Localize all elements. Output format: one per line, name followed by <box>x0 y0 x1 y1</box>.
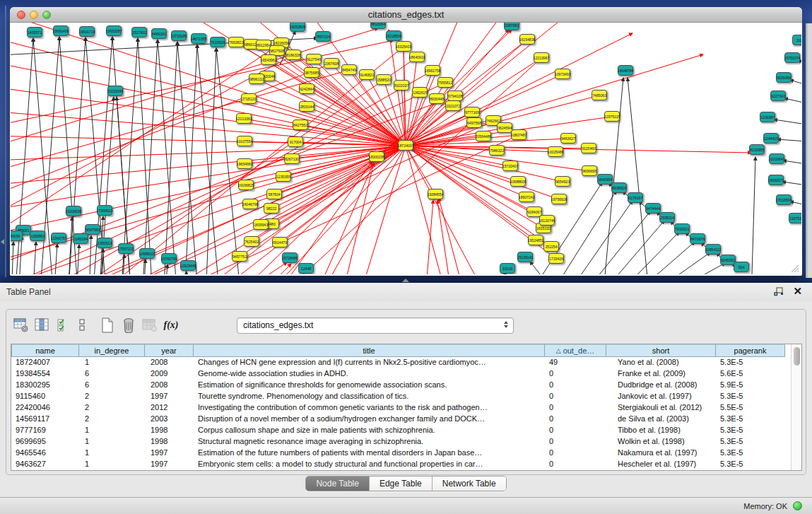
graph-edge[interactable] <box>751 157 755 274</box>
graph-node[interactable]: 9127546 <box>306 54 322 64</box>
graph-node[interactable]: 15751074 <box>784 52 800 63</box>
close-panel-icon[interactable]: ✕ <box>793 286 802 297</box>
graph-node[interactable]: 16782759 <box>161 253 177 264</box>
table-row[interactable]: 1456911722003Disruption of a novel membe… <box>11 414 791 425</box>
zoom-window-button[interactable] <box>42 11 51 19</box>
graph-node[interactable]: 17016504 <box>776 194 792 205</box>
graph-edge[interactable] <box>406 146 491 274</box>
graph-edge[interactable] <box>11 242 13 274</box>
graph-edge[interactable] <box>580 211 650 274</box>
graph-node[interactable]: 1405571 <box>27 27 42 37</box>
graph-node[interactable]: 7955812 <box>437 77 453 88</box>
graph-node[interactable]: 8454749 <box>341 64 357 75</box>
graph-edge[interactable] <box>790 80 801 85</box>
graph-node[interactable]: 19166825 <box>238 180 254 190</box>
graph-node[interactable]: 8930448 <box>429 93 445 104</box>
graph-node[interactable]: 12342757 <box>51 233 66 243</box>
graph-node[interactable]: 3875685 <box>304 67 319 78</box>
graph-node[interactable]: 1362615 <box>412 87 428 98</box>
close-window-button[interactable] <box>17 11 25 19</box>
graph-edge[interactable] <box>406 146 751 153</box>
graph-node[interactable]: 16046798 <box>242 199 258 209</box>
column-header-title[interactable]: title <box>194 344 545 357</box>
graph-node[interactable]: 9146821 <box>359 69 375 80</box>
column-header-name[interactable]: name <box>11 344 79 357</box>
tab-network-table[interactable]: Network Table <box>433 477 506 491</box>
graph-node[interactable]: 16325419 <box>396 41 411 52</box>
graph-edge[interactable] <box>784 98 801 103</box>
graph-node[interactable]: 15720407 <box>502 160 518 171</box>
graph-node[interactable]: 15692971 <box>768 175 784 185</box>
graph-edge[interactable] <box>630 242 695 274</box>
graph-node[interactable]: 9699695 <box>582 165 597 176</box>
graph-node[interactable]: 20153346 <box>107 86 123 96</box>
table-scrollbar[interactable] <box>791 344 801 470</box>
graph-node[interactable]: 1244415 <box>763 133 779 144</box>
graph-edge[interactable] <box>249 99 406 146</box>
graph-node[interactable]: 8267130 <box>284 153 300 164</box>
graph-node[interactable]: 9115460 <box>581 143 596 153</box>
graph-edge[interactable] <box>33 242 36 274</box>
panel-splitter-handle[interactable] <box>402 279 409 282</box>
graph-node[interactable]: 10719185 <box>171 30 187 41</box>
graph-node[interactable]: 10688609 <box>510 176 526 187</box>
tab-node-table[interactable]: Node Table <box>306 477 370 491</box>
graph-node[interactable]: 39159 <box>11 230 23 241</box>
graph-node[interactable]: 9474444 <box>645 203 661 214</box>
graph-node[interactable]: 10958107 <box>139 248 155 259</box>
graph-edge[interactable] <box>406 146 547 221</box>
graph-node[interactable]: 6179197 <box>628 192 643 203</box>
graph-edge[interactable] <box>782 182 801 185</box>
graph-node[interactable]: 6794028 <box>447 90 463 101</box>
graph-edge[interactable] <box>783 160 801 164</box>
graph-edge[interactable] <box>76 245 79 274</box>
graph-node[interactable]: 16154838 <box>519 34 535 45</box>
graph-edge[interactable] <box>790 201 801 205</box>
graph-edge[interactable] <box>425 200 433 274</box>
graph-node[interactable]: 10107554 <box>237 136 252 146</box>
graph-node[interactable]: 6497568 <box>466 117 482 128</box>
graph-node[interactable]: 19756928 <box>551 194 567 204</box>
graph-node[interactable]: 1350513 <box>97 238 112 248</box>
graph-node[interactable]: 12923448 <box>180 260 196 271</box>
graph-node[interactable]: 587834 <box>266 189 282 199</box>
table-row[interactable]: 1938455462009Genome-wide association stu… <box>11 368 791 380</box>
import-table-icon[interactable] <box>139 315 160 335</box>
column-header-short[interactable]: short <box>606 344 716 357</box>
window-titlebar[interactable]: citations_edges.txt <box>10 7 802 23</box>
graph-node[interactable]: 18724007 <box>398 140 413 151</box>
graph-node[interactable]: 2367608 <box>324 58 339 69</box>
graph-node[interactable]: 3624594 <box>497 122 512 133</box>
graph-node[interactable]: 2935114 <box>659 212 675 223</box>
graph-node[interactable]: 7615526 <box>210 37 225 47</box>
table-row[interactable]: 969969511998Structural magnetic resonanc… <box>11 436 791 448</box>
graph-node[interactable]: 924 <box>734 262 749 272</box>
graph-node[interactable]: 7986322 <box>489 145 505 156</box>
graph-node[interactable]: 20564486 <box>476 131 491 141</box>
graph-node[interactable]: 10216 <box>500 263 515 274</box>
graph-node[interactable]: 9463627 <box>560 133 576 144</box>
graph-node[interactable]: 12213967 <box>534 52 549 63</box>
graph-edge[interactable] <box>645 252 710 274</box>
graph-node[interactable]: 8938924 <box>611 182 627 193</box>
graph-edge[interactable] <box>774 119 801 124</box>
delete-table-icon[interactable] <box>118 315 139 335</box>
graph-node[interactable]: 19384554 <box>428 189 443 199</box>
graph-node[interactable]: 1209387 <box>760 112 775 122</box>
column-header-out_de[interactable]: △out_de… <box>545 344 606 357</box>
graph-edge[interactable] <box>565 201 632 274</box>
graph-node[interactable]: 16961758 <box>425 65 440 76</box>
graph-node[interactable]: 98222 <box>264 203 279 214</box>
function-builder-icon[interactable]: f(x) <box>160 315 182 335</box>
column-header-in_degree[interactable]: in_degree <box>79 344 145 357</box>
graph-node[interactable]: 10973493 <box>555 69 570 79</box>
graph-node[interactable]: 19524851 <box>528 235 543 245</box>
graph-node[interactable]: 15218506 <box>386 30 401 41</box>
graph-node[interactable]: 15139141 <box>517 252 533 262</box>
graph-node[interactable]: 8186328 <box>286 49 301 60</box>
graph-edge[interactable] <box>312 73 406 146</box>
graph-node[interactable]: 10654112 <box>705 244 721 255</box>
select-rows-icon[interactable] <box>53 315 74 335</box>
table-row[interactable]: 946554611997Estimation of the future num… <box>11 448 791 459</box>
table-row[interactable]: 977716911998Corpus callosum shape and si… <box>11 425 791 436</box>
